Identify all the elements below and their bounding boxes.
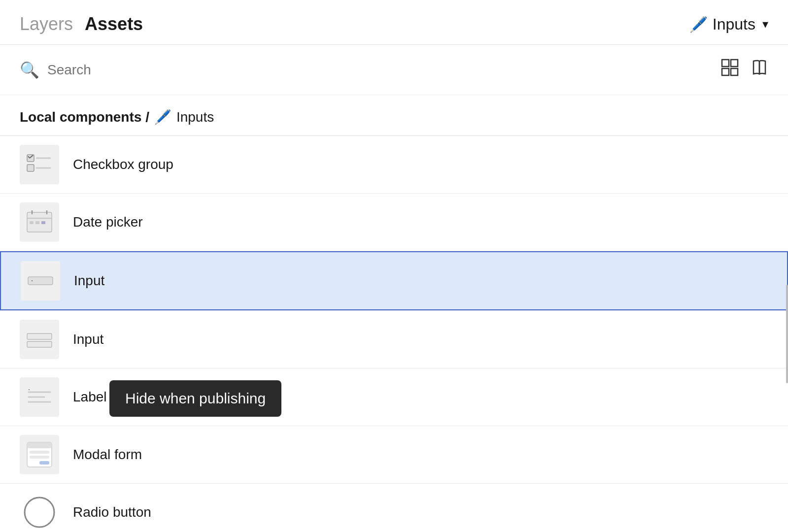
tab-assets[interactable]: Assets — [85, 14, 143, 34]
library-selector[interactable]: 🖊️ Inputs ▾ — [689, 15, 768, 33]
svg-rect-29 — [39, 461, 49, 465]
component-name: Date picker — [73, 214, 143, 230]
component-thumbnail — [21, 261, 60, 300]
svg-rect-28 — [30, 456, 49, 459]
panel: Layers Assets 🖊️ Inputs ▾ 🔍 — [0, 0, 788, 532]
pencil-icon-header: 🖊️ — [689, 16, 708, 33]
component-thumbnail — [20, 145, 59, 184]
list-item[interactable]: Label — [0, 368, 788, 426]
svg-rect-6 — [27, 165, 34, 171]
header: Layers Assets 🖊️ Inputs ▾ — [0, 0, 788, 45]
library-label: Inputs — [713, 15, 755, 33]
tab-group: Layers Assets — [20, 14, 143, 34]
svg-rect-12 — [30, 221, 34, 224]
component-name: Checkbox group — [73, 157, 173, 172]
list-item-selected[interactable]: Input Hide when publishing — [0, 251, 788, 310]
component-name: Input — [73, 332, 103, 347]
search-right-icons — [721, 59, 768, 81]
grid-icon[interactable] — [721, 59, 739, 81]
search-bar: 🔍 — [0, 45, 788, 95]
svg-rect-19 — [27, 333, 52, 339]
svg-rect-27 — [30, 451, 49, 454]
component-name: Modal form — [73, 447, 142, 463]
list-item[interactable]: Radio button — [0, 484, 788, 532]
svg-rect-0 — [722, 60, 729, 66]
chevron-down-icon: ▾ — [762, 17, 768, 31]
svg-rect-1 — [731, 60, 738, 66]
component-thumbnail — [20, 435, 59, 474]
breadcrumb-name: Inputs — [176, 109, 214, 125]
book-icon[interactable] — [751, 59, 768, 81]
svg-point-30 — [25, 498, 54, 527]
list-item[interactable]: Date picker — [0, 194, 788, 251]
svg-rect-2 — [722, 68, 729, 75]
search-input[interactable] — [47, 62, 713, 78]
list-item[interactable]: Modal form — [0, 426, 788, 483]
svg-rect-3 — [731, 68, 738, 75]
svg-rect-26 — [27, 442, 52, 448]
search-icon: 🔍 — [20, 61, 39, 79]
component-thumbnail — [20, 320, 59, 359]
list-item[interactable]: Input — [0, 311, 788, 368]
component-thumbnail — [20, 377, 59, 417]
component-name: Label — [73, 389, 107, 405]
component-thumbnail — [20, 202, 59, 242]
svg-rect-14 — [41, 221, 45, 224]
tab-layers[interactable]: Layers — [20, 14, 73, 34]
svg-rect-20 — [27, 341, 52, 347]
breadcrumb-prefix: Local components / — [20, 109, 149, 125]
pencil-icon-breadcrumb: 🖊️ — [154, 109, 171, 125]
component-name: Input — [74, 273, 104, 289]
breadcrumb: Local components / 🖊️ Inputs — [0, 95, 788, 135]
svg-rect-13 — [35, 221, 39, 224]
component-name: Radio button — [73, 504, 151, 520]
component-thumbnail — [20, 493, 59, 532]
list-item[interactable]: Checkbox group — [0, 136, 788, 193]
scroll-indicator — [786, 285, 788, 383]
component-list: Checkbox group Date picker — [0, 136, 788, 532]
